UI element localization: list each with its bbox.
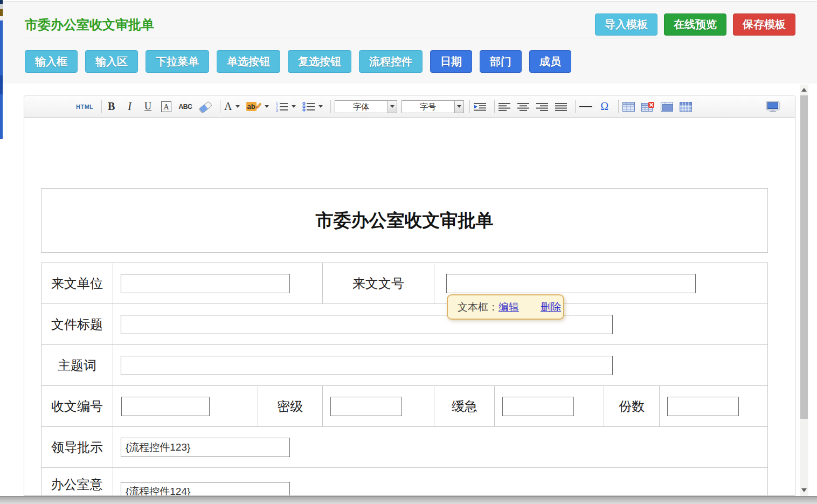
unordered-list-button[interactable] bbox=[302, 99, 323, 114]
select-arrow-button[interactable] bbox=[387, 101, 397, 113]
widget-button-checkbox[interactable]: 复选按钮 bbox=[288, 50, 351, 73]
form-title-box: 市委办公室收文审批单 bbox=[41, 188, 768, 253]
input-subject-words[interactable] bbox=[121, 356, 613, 375]
horizontal-rule-button[interactable] bbox=[579, 99, 592, 114]
table-row: 文件标题 bbox=[41, 304, 768, 345]
label-leader-instructions: 领导批示 bbox=[41, 427, 113, 468]
table-row: 领导批示 bbox=[41, 427, 768, 468]
input-secrecy-level[interactable] bbox=[330, 397, 402, 416]
input-incoming-doc-no[interactable] bbox=[446, 274, 696, 293]
table-row: 办公室意见 bbox=[41, 468, 768, 496]
indent-icon bbox=[474, 102, 487, 111]
chevron-down-icon bbox=[292, 105, 296, 108]
toolbar-separator bbox=[575, 100, 576, 113]
align-center-button[interactable] bbox=[517, 99, 530, 114]
indent-button[interactable] bbox=[474, 99, 487, 114]
delete-link[interactable]: 删除 bbox=[541, 300, 561, 314]
label-doc-title: 文件标题 bbox=[41, 304, 113, 345]
chevron-down-icon bbox=[319, 105, 323, 108]
input-leader-instructions[interactable] bbox=[121, 438, 290, 457]
align-left-icon bbox=[498, 102, 511, 111]
widget-toolbar: 输入框 输入区 下拉菜单 单选按钮 复选按钮 流程控件 日期 部门 成员 bbox=[25, 50, 579, 73]
horizontal-scrollbar[interactable] bbox=[0, 496, 817, 504]
dashed-divider bbox=[25, 38, 799, 38]
chevron-down-icon bbox=[236, 105, 240, 108]
form-table: 来文单位 来文文号 文件标题 主题词 bbox=[41, 263, 768, 496]
edit-link[interactable]: 编辑 bbox=[498, 300, 519, 314]
widget-button-date[interactable]: 日期 bbox=[430, 50, 472, 73]
fullscreen-button[interactable] bbox=[766, 99, 780, 114]
widget-button-department[interactable]: 部门 bbox=[480, 50, 522, 73]
bold-button[interactable]: B bbox=[106, 99, 117, 114]
vertical-scrollbar[interactable] bbox=[800, 85, 808, 496]
align-left-button[interactable] bbox=[498, 99, 511, 114]
online-preview-button[interactable]: 在线预览 bbox=[664, 13, 726, 36]
special-char-button[interactable]: Ω bbox=[599, 99, 611, 114]
horizontal-rule-icon bbox=[579, 106, 592, 107]
arrow-up-icon bbox=[801, 88, 807, 92]
editor-canvas[interactable]: 市委办公室收文审批单 来文单位 来文文号 文件标题 bbox=[24, 118, 795, 496]
import-template-button[interactable]: 导入模板 bbox=[595, 13, 657, 36]
insert-table-button[interactable] bbox=[622, 99, 635, 114]
pencil-icon bbox=[255, 102, 261, 111]
toolbar-separator bbox=[101, 100, 102, 113]
chevron-down-icon bbox=[390, 105, 394, 108]
widget-button-radio[interactable]: 单选按钮 bbox=[217, 50, 280, 73]
underline-button[interactable]: U bbox=[142, 99, 154, 114]
font-size-select[interactable]: 字号 bbox=[401, 100, 464, 113]
control-tooltip: 文本框： 编辑 删除 bbox=[447, 294, 564, 320]
table-merge-icon bbox=[661, 102, 673, 112]
italic-button[interactable]: I bbox=[124, 99, 136, 114]
align-justify-icon bbox=[555, 102, 567, 111]
toolbar-separator bbox=[494, 100, 495, 113]
table-row: 主题词 bbox=[41, 345, 768, 386]
chevron-down-icon bbox=[457, 105, 461, 108]
font-family-select[interactable]: 字体 bbox=[335, 100, 397, 113]
top-bar: 市委办公室收文审批单 导入模板 在线预览 保存模板 输入框 输入区 下拉菜单 单… bbox=[3, 2, 817, 84]
ordered-list-button[interactable]: 1 2 3 bbox=[275, 99, 296, 114]
ordered-list-icon: 1 2 3 bbox=[275, 102, 288, 112]
widget-button-input-area[interactable]: 输入区 bbox=[85, 50, 138, 73]
table-cells-button[interactable] bbox=[680, 99, 692, 114]
widget-button-input-box[interactable]: 输入框 bbox=[25, 50, 78, 73]
table-row: 收文编号 密级 缓急 份数 bbox=[41, 386, 768, 427]
font-color-button[interactable]: A bbox=[224, 99, 239, 114]
input-copies[interactable] bbox=[667, 397, 739, 416]
strikethrough-button[interactable]: ABC bbox=[179, 99, 192, 114]
arrow-down-icon bbox=[801, 488, 807, 492]
rich-text-editor: HTML B I U A ABC A ab bbox=[24, 95, 795, 496]
delete-table-button[interactable] bbox=[641, 99, 654, 114]
scroll-down-button[interactable] bbox=[800, 485, 808, 495]
tooltip-label: 文本框： bbox=[458, 300, 498, 314]
insert-table-icon bbox=[622, 102, 635, 112]
toolbar-separator bbox=[469, 100, 470, 113]
chevron-down-icon bbox=[265, 105, 269, 108]
toolbar-separator bbox=[220, 100, 220, 113]
page-title: 市委办公室收文审批单 bbox=[25, 16, 154, 33]
input-urgency[interactable] bbox=[502, 397, 574, 416]
widget-button-flow-control[interactable]: 流程控件 bbox=[359, 50, 423, 73]
align-justify-button[interactable] bbox=[555, 99, 567, 114]
scrollbar-thumb[interactable] bbox=[800, 95, 808, 419]
input-receipt-no[interactable] bbox=[121, 397, 210, 416]
table-cells-icon bbox=[680, 102, 692, 112]
save-template-button[interactable]: 保存模板 bbox=[733, 13, 795, 36]
input-office-opinion[interactable] bbox=[121, 482, 290, 496]
html-source-button[interactable]: HTML bbox=[76, 99, 94, 114]
widget-button-member[interactable]: 成员 bbox=[529, 50, 571, 73]
input-incoming-unit[interactable] bbox=[121, 274, 290, 293]
char-border-button[interactable]: A bbox=[161, 101, 171, 112]
widget-button-dropdown-menu[interactable]: 下拉菜单 bbox=[146, 50, 209, 73]
toolbar-separator bbox=[330, 100, 331, 113]
scroll-up-button[interactable] bbox=[800, 85, 808, 94]
label-secrecy-level: 密级 bbox=[258, 386, 323, 427]
table-row: 来文单位 来文文号 bbox=[41, 263, 768, 304]
highlight-button[interactable]: ab bbox=[246, 99, 269, 114]
select-arrow-button[interactable] bbox=[454, 101, 463, 113]
editor-toolbar: HTML B I U A ABC A ab bbox=[24, 95, 795, 118]
eraser-icon[interactable] bbox=[198, 99, 212, 114]
toolbar-separator bbox=[618, 100, 619, 113]
align-right-icon bbox=[536, 102, 549, 111]
table-merge-button[interactable] bbox=[661, 99, 673, 114]
align-right-button[interactable] bbox=[536, 99, 549, 114]
